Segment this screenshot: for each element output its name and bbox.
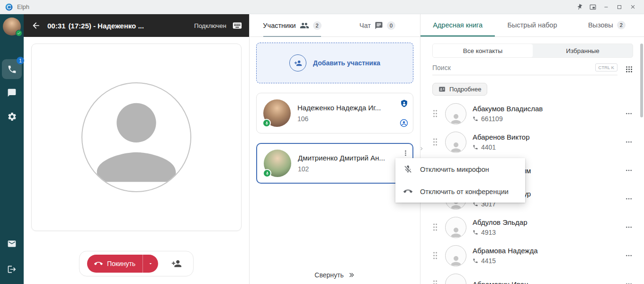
contacts-panel: Адресная книга Быстрый набор Вызовы 2 Вс… [420,14,644,284]
double-chevron-right-icon [348,272,355,278]
sidebar-item-settings[interactable] [2,106,22,126]
search-field: CTRL K [432,63,617,75]
participant-menu-button[interactable] [401,148,411,159]
tab-participants[interactable]: Участники 2 [250,14,335,36]
panel-expand-handle[interactable] [418,142,425,155]
minimize-icon[interactable] [599,1,613,13]
participant-number: 102 [298,165,385,173]
menu-item-mute-mic[interactable]: Отключить микрофон [395,158,525,180]
ellipsis-icon [625,252,633,259]
sidebar-item-logout[interactable] [2,259,22,279]
contact-more-button[interactable] [623,278,635,284]
contact-card-icon [438,86,446,93]
collapse-panel-button[interactable]: Свернуть [250,266,420,284]
scrollbar-thumb[interactable] [640,44,643,117]
contact-more-button[interactable] [623,193,635,204]
participant-context-menu: Отключить микрофон Отключить от конферен… [395,158,525,203]
user-avatar[interactable] [3,18,21,36]
participant-card-selected[interactable]: Дмитриенко Дмитрий Ан... 102 [256,143,413,184]
person-icon [449,140,463,153]
keyboard-icon[interactable] [232,20,242,31]
add-person-button[interactable] [168,255,186,273]
pip-window-icon[interactable] [586,1,599,13]
call-title-text: (17:25) - Надеженко ... [68,22,144,30]
participant-number: 106 [297,115,381,123]
filter-all-contacts[interactable]: Все контакты [433,44,533,57]
tab-calls[interactable]: Вызовы 2 [570,14,644,36]
search-input[interactable] [432,64,590,71]
vertical-dots-icon [402,149,409,157]
person-icon [449,282,463,284]
call-status: Подключен [194,22,226,29]
tab-speed-dial[interactable]: Быстрый набор [495,14,569,36]
leave-options-chevron-icon[interactable] [143,255,158,273]
call-end-icon [94,259,103,268]
remote-party-placeholder-avatar [81,82,191,192]
tab-chat[interactable]: Чат 0 [335,14,420,36]
menu-item-label: Отключить от конференции [420,188,509,195]
maximize-icon[interactable] [613,1,626,13]
add-participant-button[interactable]: Добавить участника [256,43,413,83]
contact-more-button[interactable] [623,108,635,119]
sidebar-item-voicemail[interactable] [2,234,22,254]
contact-name: Абаренов Виктор [473,133,530,141]
details-toggle-button[interactable]: Подробнее [432,83,487,96]
participant-avatar [263,99,291,127]
person-add-circle-icon [289,54,306,71]
pin-icon[interactable] [573,1,586,13]
drag-handle-icon[interactable] [433,280,438,284]
collapse-label: Свернуть [314,271,343,279]
contact-row[interactable]: Абдулов Эльдар 4913 [420,213,644,241]
mic-on-badge-icon [263,169,271,178]
ellipsis-icon [625,167,633,174]
mic-off-icon [403,165,412,174]
dialpad-icon[interactable] [625,65,633,73]
close-icon[interactable] [626,1,639,13]
participant-card[interactable]: Надеженко Надежда Иг... 106 [256,93,413,133]
drag-handle-icon[interactable] [433,223,438,231]
drag-handle-icon[interactable] [433,252,438,259]
owner-person-circle-icon[interactable] [400,119,408,127]
contact-row[interactable]: Абакумов Владислав 661109 [420,99,644,128]
drag-handle-icon[interactable] [433,138,438,146]
leave-call-label: Покинуть [107,260,135,267]
logout-icon [7,265,17,274]
contact-more-button[interactable] [623,250,635,261]
chat-count-badge: 0 [387,21,395,30]
leave-call-button[interactable]: Покинуть [87,255,158,273]
contact-avatar [445,217,466,238]
search-shortcut-hint: CTRL K [595,63,617,71]
contact-more-button[interactable] [623,165,635,176]
chat-bubble-icon [375,21,383,30]
contact-avatar [445,245,466,266]
call-title: 00:31 (17:25) - Надеженко ... [47,22,144,30]
contact-more-button[interactable] [623,222,635,233]
ellipsis-icon [625,280,633,284]
phone-icon [473,144,478,150]
details-toggle-label: Подробнее [449,86,481,93]
contact-number: 4415 [481,257,496,265]
call-header: 00:31 (17:25) - Надеженко ... Подключен [24,14,249,37]
back-arrow-icon[interactable] [30,20,42,31]
sidebar-item-calls[interactable]: 1 [2,59,22,79]
video-area [31,44,242,231]
person-icon [449,225,463,238]
contact-more-button[interactable] [623,136,635,148]
sidebar-item-chats[interactable] [2,83,22,103]
chat-icon [7,88,17,98]
ellipsis-icon [625,138,633,146]
menu-item-disconnect[interactable]: Отключить от конференции [395,180,525,203]
menu-item-label: Отключить микрофон [420,166,489,173]
contact-row[interactable]: Абаренов Виктор 4401 [420,128,644,156]
tab-calls-label: Вызовы [588,21,613,29]
tab-address-book[interactable]: Адресная книга [420,14,495,36]
phone-icon [7,64,17,74]
person-add-icon [171,258,182,269]
filter-favorites[interactable]: Избранные [533,44,633,57]
drag-handle-icon[interactable] [433,110,438,117]
contact-row[interactable]: Абрамова Надежда 4415 [420,241,644,270]
search-row: CTRL K [432,63,633,75]
contacts-tabs: Адресная книга Быстрый набор Вызовы 2 [420,14,644,37]
contact-name: Абдулов Эльдар [473,218,528,226]
contact-row[interactable]: Абрамович Иван [420,270,644,284]
